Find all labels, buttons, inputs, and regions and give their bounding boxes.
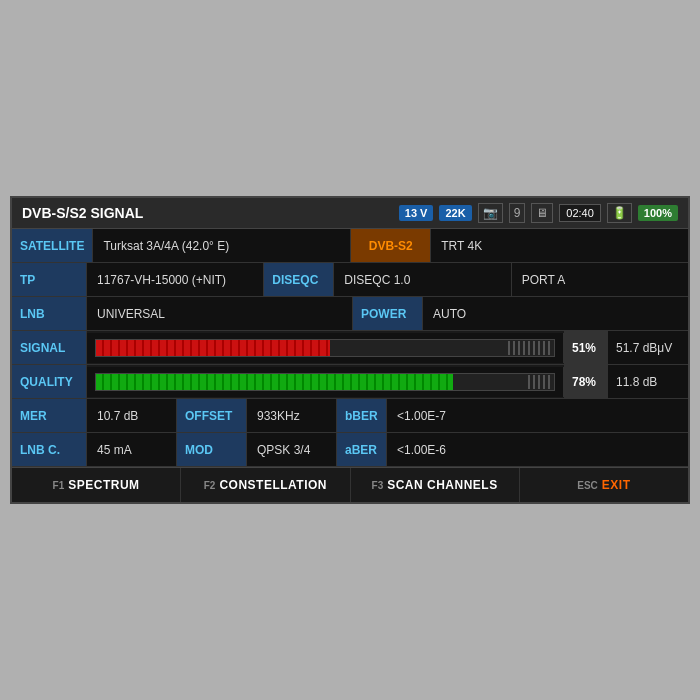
f1-spectrum-button[interactable]: F1 SPECTRUM	[12, 468, 181, 502]
lnbc-value: 45 mA	[87, 433, 177, 466]
satellite-label: SATELLITE	[12, 229, 93, 262]
offset-label: OFFSET	[177, 399, 247, 432]
signal-bar-container	[87, 333, 564, 363]
f2-key: F2	[204, 480, 216, 491]
f1-key: F1	[53, 480, 65, 491]
freq-badge: 22K	[439, 205, 471, 221]
offset-value: 933KHz	[247, 399, 337, 432]
lnb-label: LNB	[12, 297, 87, 330]
battery-icon: 🔋	[607, 203, 632, 223]
f3-key: F3	[372, 480, 384, 491]
header-right: 13 V 22K 📷 9 🖥 02:40 🔋 100%	[399, 203, 678, 223]
func-bar: F1 SPECTRUM F2 CONSTELLATION F3 SCAN CHA…	[12, 467, 688, 502]
quality-bar-track	[95, 373, 555, 391]
f2-label: CONSTELLATION	[219, 478, 327, 492]
quality-bar-fill	[96, 374, 453, 390]
power-label: POWER	[353, 297, 423, 330]
header-title: DVB-S/S2 SIGNAL	[22, 205, 143, 221]
device-screen: DVB-S/S2 SIGNAL 13 V 22K 📷 9 🖥 02:40 🔋 1…	[10, 196, 690, 504]
signal-row: SIGNAL 51% 51.7 dBμV	[12, 331, 688, 365]
bber-label: bBER	[337, 399, 387, 432]
quality-bar-ticks	[528, 374, 554, 390]
diseqc-label: DISEQC	[264, 263, 334, 296]
esc-label: EXIT	[602, 478, 631, 492]
lnb-value: UNIVERSAL	[87, 297, 353, 330]
signal-db: 51.7 dBμV	[608, 331, 688, 364]
esc-key: ESC	[577, 480, 598, 491]
camera-icon: 📷	[478, 203, 503, 223]
battery-percent: 100%	[638, 205, 678, 221]
signal-bar-fill	[96, 340, 330, 356]
time-display: 02:40	[559, 204, 601, 222]
signal-percent: 51%	[564, 331, 608, 364]
aber-value: <1.00E-6	[387, 433, 688, 466]
voltage-badge: 13 V	[399, 205, 434, 221]
quality-percent: 78%	[564, 365, 608, 398]
f3-scan-button[interactable]: F3 SCAN CHANNELS	[351, 468, 520, 502]
quality-row: QUALITY 78% 11.8 dB	[12, 365, 688, 399]
diseqc-value: DISEQC 1.0	[334, 263, 511, 296]
header-bar: DVB-S/S2 SIGNAL 13 V 22K 📷 9 🖥 02:40 🔋 1…	[12, 198, 688, 229]
bber-value: <1.00E-7	[387, 399, 688, 432]
mod-label: MOD	[177, 433, 247, 466]
tp-row: TP 11767-VH-15000 (+NIT) DISEQC DISEQC 1…	[12, 263, 688, 297]
info-grid: SATELLITE Turksat 3A/4A (42.0° E) DVB-S2…	[12, 229, 688, 467]
f2-constellation-button[interactable]: F2 CONSTELLATION	[181, 468, 350, 502]
quality-bar-container	[87, 367, 564, 397]
satellite-value: Turksat 3A/4A (42.0° E)	[93, 229, 351, 262]
mer-value: 10.7 dB	[87, 399, 177, 432]
mod-value: QPSK 3/4	[247, 433, 337, 466]
signal-label: SIGNAL	[12, 331, 87, 364]
channel-name: TRT 4K	[431, 229, 688, 262]
quality-db: 11.8 dB	[608, 365, 688, 398]
mer-row: MER 10.7 dB OFFSET 933KHz bBER <1.00E-7	[12, 399, 688, 433]
mer-label: MER	[12, 399, 87, 432]
tp-value: 11767-VH-15000 (+NIT)	[87, 263, 264, 296]
port-value: PORT A	[512, 263, 688, 296]
signal-bar-track	[95, 339, 555, 357]
f3-label: SCAN CHANNELS	[387, 478, 498, 492]
signal-bar-ticks	[508, 340, 554, 356]
channel-number: 9	[509, 203, 526, 223]
lnbc-row: LNB C. 45 mA MOD QPSK 3/4 aBER <1.00E-6	[12, 433, 688, 467]
dvb-mode-badge[interactable]: DVB-S2	[351, 229, 431, 262]
quality-label: QUALITY	[12, 365, 87, 398]
aber-label: aBER	[337, 433, 387, 466]
satellite-row: SATELLITE Turksat 3A/4A (42.0° E) DVB-S2…	[12, 229, 688, 263]
monitor-icon: 🖥	[531, 203, 553, 223]
lnb-row: LNB UNIVERSAL POWER AUTO	[12, 297, 688, 331]
tp-label: TP	[12, 263, 87, 296]
lnbc-label: LNB C.	[12, 433, 87, 466]
f1-label: SPECTRUM	[68, 478, 139, 492]
power-value: AUTO	[423, 297, 688, 330]
esc-exit-button[interactable]: ESC EXIT	[520, 468, 688, 502]
